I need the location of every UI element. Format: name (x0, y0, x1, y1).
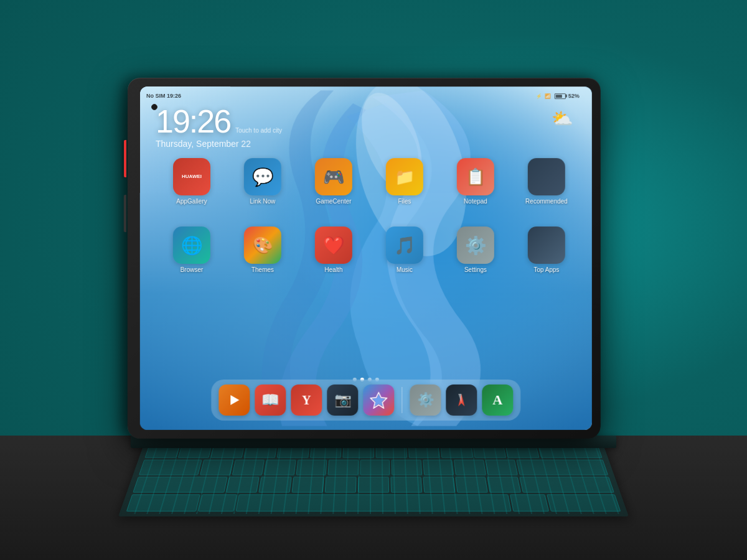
battery-percentage: 52% (568, 93, 580, 99)
play-icon (227, 393, 242, 408)
kbd-key (328, 459, 359, 475)
kbd-key (517, 459, 608, 475)
app-gamecenter[interactable]: 🎮 GameCenter (301, 158, 367, 205)
weather-widget[interactable]: ⛅ (552, 108, 573, 129)
dock-pplayer[interactable] (218, 385, 250, 416)
tablet-left-edge (124, 128, 128, 376)
keyboard-rows (126, 443, 621, 511)
kbd-key (392, 459, 422, 475)
app-settings[interactable]: ⚙️ Settings (443, 226, 509, 273)
kbd-key (510, 495, 549, 511)
keyboard-row-3 (133, 477, 614, 493)
keyboard-row-4 (126, 495, 621, 511)
dock-book[interactable]: 📖 (255, 385, 286, 416)
status-left-text: No SIM 19:26 (146, 93, 181, 99)
huawei-label: HUAWEI (182, 174, 202, 180)
app-icon-files: 📁 (386, 158, 423, 195)
app-label-recommended: Recommended (525, 198, 568, 205)
app-browser[interactable]: 🌐 Browser (159, 226, 225, 273)
app-label-music: Music (397, 266, 413, 273)
kbd-key (358, 477, 389, 493)
kbd-key (423, 477, 455, 493)
app-icon-notepad: 📋 (457, 158, 494, 195)
kbd-key (487, 477, 521, 493)
kbd-key (455, 477, 488, 493)
app-linknow[interactable]: 💬 Link Now (230, 158, 296, 205)
battery-fill (556, 95, 562, 98)
app-grid-row2: 🌐 Browser 🎨 Themes ❤️ Health 🎵 Music ⚙️ (156, 226, 583, 273)
volume-button[interactable] (124, 195, 126, 232)
app-appgallery[interactable]: HUAWEI AppGallery (159, 158, 225, 205)
app-label-gamecenter: GameCenter (316, 198, 351, 205)
wifi-icon: 📶 (545, 93, 551, 99)
kbd-key (292, 477, 324, 493)
app-label-settings: Settings (464, 266, 487, 273)
app-files[interactable]: 📁 Files (372, 158, 438, 205)
power-button[interactable] (124, 140, 126, 177)
app-icon-music: 🎵 (386, 226, 423, 264)
kbd-key (520, 477, 614, 493)
kbd-key (226, 477, 260, 493)
battery-icon (555, 93, 566, 99)
dock-settings2[interactable]: ⚙️ (410, 385, 441, 416)
clock-area: 19:26 Touch to add city Thursday, Septem… (156, 105, 282, 149)
kbd-key (360, 459, 390, 475)
app-dock: 📖 Y 📷 ⚙️ A (211, 380, 520, 421)
app-health[interactable]: ❤️ Health (301, 226, 367, 273)
app-recommended[interactable]: Recommended (514, 158, 580, 205)
app-icon-browser: 🌐 (173, 226, 210, 264)
kbd-key (198, 495, 237, 511)
kbd-key (423, 459, 454, 475)
dock-yandex[interactable]: Y (291, 385, 322, 416)
kbd-key (232, 459, 265, 475)
clock-date: Thursday, September 22 (156, 139, 282, 149)
app-label-linknow: Link Now (250, 198, 275, 205)
status-bar: No SIM 19:26 ⚡ 📶 52% (140, 86, 592, 105)
compass-icon (454, 393, 469, 408)
app-icon-health: ❤️ (315, 226, 352, 264)
dock-separator (402, 387, 402, 413)
kbd-key (485, 459, 518, 475)
app-icon-themes: 🎨 (244, 226, 281, 264)
app-label-topapps: Top Apps (533, 266, 559, 273)
kbd-key (547, 495, 621, 511)
app-themes[interactable]: 🎨 Themes (230, 226, 296, 273)
app-notepad[interactable]: 📋 Notepad (443, 158, 509, 205)
app-label-files: Files (398, 198, 411, 205)
kbd-key (454, 459, 486, 475)
kbd-key (126, 495, 200, 511)
app-label-appgallery: AppGallery (176, 198, 207, 205)
kbd-key (200, 459, 233, 475)
app-label-notepad: Notepad (464, 198, 487, 205)
app-icon-recommended (528, 158, 565, 195)
app-icon-settings: ⚙️ (457, 226, 494, 264)
battery-tip (566, 95, 567, 98)
kbd-key-space (235, 495, 512, 511)
app-label-health: Health (324, 266, 342, 273)
app-icon-topapps (528, 226, 565, 264)
app-topapps[interactable]: Top Apps (514, 226, 580, 273)
app-icon-linknow: 💬 (244, 158, 281, 195)
kbd-key (325, 477, 357, 493)
app-icon-appgallery: HUAWEI (173, 158, 210, 195)
dock-gallery[interactable] (363, 385, 394, 416)
clock-touch-hint[interactable]: Touch to add city (235, 127, 282, 134)
gallery-icon (370, 391, 387, 409)
svg-marker-2 (230, 395, 239, 405)
tablet-wrap: No SIM 19:26 ⚡ 📶 52% 19:26 Touch to add … (128, 78, 601, 439)
dock-camera[interactable]: 📷 (327, 385, 358, 416)
keyboard-row-2 (139, 459, 608, 475)
dock-compass[interactable] (446, 385, 477, 416)
kbd-key (259, 477, 292, 493)
bluetooth-icon: ⚡ (536, 93, 542, 99)
app-grid-row1: HUAWEI AppGallery 💬 Link Now 🎮 GameCente… (156, 158, 583, 205)
kbd-key (296, 459, 327, 475)
clock-row: 19:26 Touch to add city (156, 105, 282, 138)
kbd-key (264, 459, 296, 475)
app-label-themes: Themes (251, 266, 274, 273)
dock-awriter[interactable]: A (482, 385, 513, 416)
keyboard (118, 439, 629, 516)
kbd-key (133, 477, 227, 493)
kbd-key (390, 477, 422, 493)
app-music[interactable]: 🎵 Music (372, 226, 438, 273)
